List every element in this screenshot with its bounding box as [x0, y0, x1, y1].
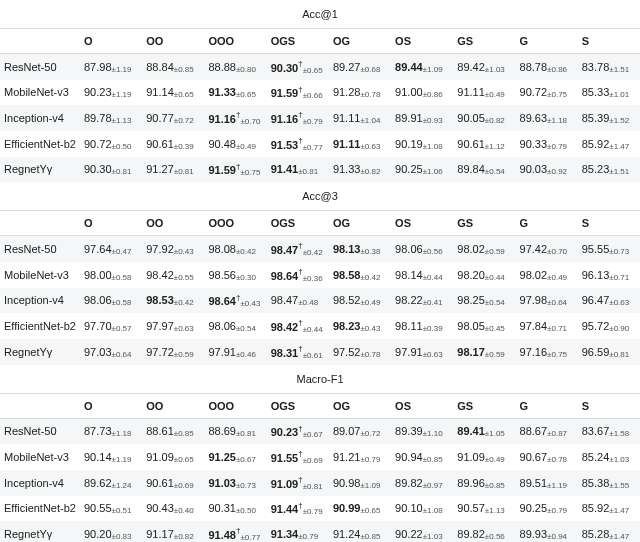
- metric-cell: 91.24±0.85: [329, 521, 391, 542]
- metric-cell: 90.72±0.50: [80, 131, 142, 157]
- metric-value: 91.03±0.73: [208, 477, 256, 489]
- metric-value: 90.67±0.78: [520, 451, 568, 463]
- metric-value: 98.64†±0.43: [208, 295, 260, 307]
- metric-value: 89.41±1.05: [457, 425, 505, 437]
- metric-value: 83.67±1.58: [582, 425, 630, 437]
- metric-cell: 98.64†±0.43: [204, 288, 266, 314]
- metric-value: 91.16†±0.70: [208, 113, 260, 125]
- metric-value: 91.59†±0.66: [271, 87, 323, 99]
- section-title-row: Acc@3: [0, 182, 640, 211]
- metric-value: 91.11±1.04: [333, 112, 381, 124]
- metric-value: 98.06±0.58: [84, 294, 132, 306]
- metric-cell: 97.91±0.63: [391, 339, 453, 365]
- metric-cell: 90.14±1.19: [80, 444, 142, 470]
- section-title: Acc@3: [0, 182, 640, 211]
- metric-value: 98.06±0.56: [395, 243, 443, 255]
- metric-cell: 97.91±0.46: [204, 339, 266, 365]
- dagger-icon: †: [298, 449, 302, 458]
- metric-cell: 88.84±0.85: [142, 54, 204, 80]
- column-header: G: [516, 29, 578, 54]
- header-blank: [0, 29, 80, 54]
- metric-cell: 91.44†±0.79: [267, 496, 329, 522]
- metric-value: 88.69±0.81: [208, 425, 256, 437]
- metric-cell: 90.33±0.79: [516, 131, 578, 157]
- metric-value: 90.23†±0.67: [271, 426, 323, 438]
- metric-value: 96.47±0.63: [582, 294, 630, 306]
- metric-cell: 90.31±0.50: [204, 496, 266, 522]
- metric-value: 91.09†±0.81: [271, 478, 323, 490]
- metric-value: 91.11±0.63: [333, 138, 381, 150]
- metric-cell: 91.33±0.82: [329, 157, 391, 183]
- metric-cell: 85.24±1.03: [578, 444, 640, 470]
- metric-cell: 90.61±1.12: [453, 131, 515, 157]
- metric-cell: 85.92±1.47: [578, 496, 640, 522]
- metric-value: 98.42†±0.44: [271, 321, 323, 333]
- metric-cell: 89.82±0.56: [453, 521, 515, 542]
- metric-value: 91.33±0.65: [208, 86, 256, 98]
- model-name: EfficientNet-b2: [0, 131, 80, 157]
- metric-cell: 98.64†±0.36: [267, 262, 329, 288]
- section-title: Macro-F1: [0, 365, 640, 394]
- metric-cell: 89.82±0.97: [391, 470, 453, 496]
- table-row: EfficientNet-b290.72±0.5090.61±0.3990.48…: [0, 131, 640, 157]
- model-name: Inception-v4: [0, 470, 80, 496]
- dagger-icon: †: [298, 475, 302, 484]
- dagger-icon: †: [298, 85, 302, 94]
- metric-cell: 90.30†±0.65: [267, 54, 329, 80]
- dagger-icon: †: [298, 136, 302, 145]
- table-row: RegnetYγ97.03±0.6497.72±0.5997.91±0.4698…: [0, 339, 640, 365]
- metric-value: 90.03±0.92: [520, 163, 568, 175]
- metric-value: 98.58±0.42: [333, 269, 381, 281]
- metric-value: 98.17±0.59: [457, 346, 505, 358]
- metric-value: 91.24±0.85: [333, 528, 381, 540]
- metric-cell: 98.58±0.42: [329, 262, 391, 288]
- column-header: OGS: [267, 29, 329, 54]
- metric-value: 90.30†±0.65: [271, 62, 323, 74]
- metric-cell: 97.84±0.71: [516, 313, 578, 339]
- column-header: OO: [142, 393, 204, 418]
- results-table: Acc@1OOOOOOOGSOGOSGSGSResNet-5087.98±1.1…: [0, 0, 640, 542]
- metric-value: 90.25±1.06: [395, 163, 443, 175]
- dagger-icon: †: [298, 267, 302, 276]
- metric-cell: 89.91±0.93: [391, 105, 453, 131]
- metric-value: 91.09±0.65: [146, 451, 194, 463]
- metric-value: 85.38±1.55: [582, 477, 630, 489]
- metric-cell: 91.33±0.65: [204, 80, 266, 106]
- metric-cell: 89.42±1.03: [453, 54, 515, 80]
- metric-value: 89.51±1.19: [520, 477, 568, 489]
- dagger-icon: †: [298, 344, 302, 353]
- metric-cell: 91.16†±0.79: [267, 105, 329, 131]
- metric-value: 98.00±0.58: [84, 269, 132, 281]
- metric-value: 91.00±0.86: [395, 86, 443, 98]
- metric-value: 98.31†±0.61: [271, 347, 323, 359]
- dagger-icon: †: [298, 110, 302, 119]
- metric-value: 90.19±1.08: [395, 138, 443, 150]
- metric-cell: 91.53†±0.77: [267, 131, 329, 157]
- metric-cell: 98.08±0.42: [204, 236, 266, 262]
- metric-cell: 98.17±0.59: [453, 339, 515, 365]
- metric-value: 90.61±0.69: [146, 477, 194, 489]
- metric-value: 90.14±1.19: [84, 451, 132, 463]
- metric-value: 90.61±0.39: [146, 138, 194, 150]
- metric-value: 97.72±0.59: [146, 346, 194, 358]
- metric-value: 97.42±0.70: [520, 243, 568, 255]
- column-header: GS: [453, 393, 515, 418]
- metric-cell: 89.93±0.94: [516, 521, 578, 542]
- metric-cell: 98.05±0.45: [453, 313, 515, 339]
- metric-value: 98.23±0.43: [333, 320, 381, 332]
- metric-value: 91.14±0.65: [146, 86, 194, 98]
- table-row: ResNet-5097.64±0.4797.92±0.4398.08±0.429…: [0, 236, 640, 262]
- model-name: EfficientNet-b2: [0, 496, 80, 522]
- metric-cell: 89.44±1.09: [391, 54, 453, 80]
- metric-value: 98.11±0.39: [395, 320, 443, 332]
- metric-cell: 98.25±0.54: [453, 288, 515, 314]
- metric-cell: 98.56±0.30: [204, 262, 266, 288]
- metric-value: 90.72±0.75: [520, 86, 568, 98]
- metric-cell: 90.05±0.82: [453, 105, 515, 131]
- metric-value: 90.05±0.82: [457, 112, 505, 124]
- metric-cell: 85.33±1.01: [578, 80, 640, 106]
- column-header: G: [516, 393, 578, 418]
- model-name: RegnetYγ: [0, 339, 80, 365]
- metric-value: 85.23±1.51: [582, 163, 630, 175]
- column-header: S: [578, 29, 640, 54]
